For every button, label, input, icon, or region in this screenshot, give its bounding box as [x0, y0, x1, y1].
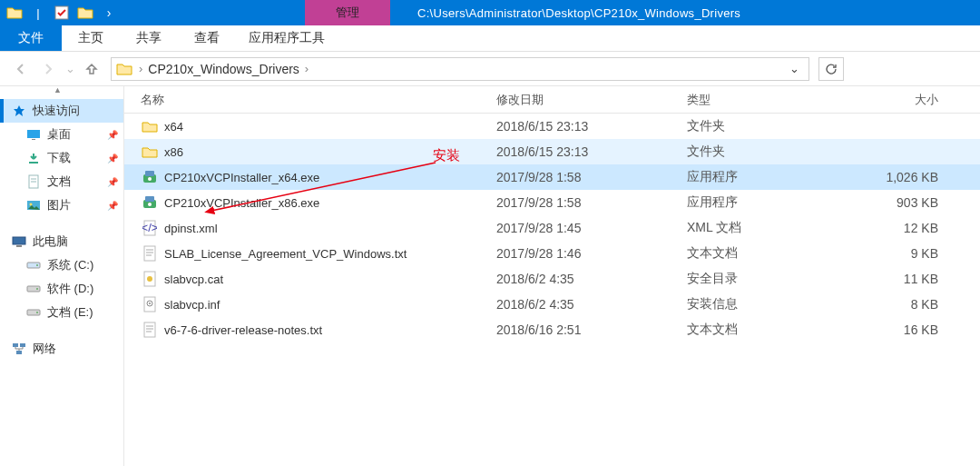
- file-name: v6-7-6-driver-release-notes.txt: [164, 323, 322, 337]
- file-type: 文本文档: [687, 322, 850, 338]
- file-name: CP210xVCPInstaller_x86.exe: [164, 196, 319, 210]
- breadcrumb-item[interactable]: CP210x_Windows_Drivers: [144, 62, 303, 76]
- sidebar-item-label: 系统 (C:): [47, 257, 93, 273]
- sidebar-drive-item[interactable]: 软件 (D:): [0, 277, 123, 301]
- svg-text:</>: </>: [142, 221, 157, 234]
- context-tab-manage[interactable]: 管理: [305, 0, 390, 25]
- qat-separator: |: [29, 4, 47, 22]
- svg-rect-38: [144, 322, 155, 337]
- new-folder-icon[interactable]: [76, 4, 94, 22]
- svg-rect-10: [13, 237, 25, 244]
- drive-icon: [25, 258, 42, 273]
- qat-dropdown-icon[interactable]: ›: [100, 4, 118, 22]
- file-date: 2017/9/28 1:46: [496, 246, 687, 261]
- recent-dropdown[interactable]: ⌄: [62, 55, 78, 83]
- sidebar-item[interactable]: 下载📌: [0, 146, 123, 170]
- forward-button[interactable]: [34, 55, 62, 83]
- svg-rect-29: [144, 246, 155, 261]
- file-row[interactable]: x862018/6/15 23:13文件夹: [124, 139, 980, 164]
- window-title-path: C:\Users\Administrator\Desktop\CP210x_Wi…: [390, 6, 980, 20]
- refresh-button[interactable]: [818, 57, 844, 81]
- svg-point-23: [148, 177, 152, 181]
- file-type: 应用程序: [687, 194, 850, 211]
- sidebar-item[interactable]: 图片📌: [0, 193, 123, 217]
- sidebar-drive-item[interactable]: 文档 (E:): [0, 301, 123, 324]
- file-size: 1,026 KB: [850, 170, 955, 184]
- sort-indicator-icon: ▲: [0, 85, 485, 94]
- file-row[interactable]: x642018/6/15 23:13文件夹: [124, 114, 980, 139]
- txt-icon: [141, 244, 159, 263]
- up-button[interactable]: [78, 55, 105, 83]
- tab-view[interactable]: 查看: [178, 25, 236, 51]
- download-icon: [25, 151, 42, 165]
- sidebar-item-label: 文档: [47, 174, 71, 190]
- inf-icon: [141, 295, 159, 313]
- folder-icon[interactable]: [5, 4, 24, 22]
- file-list-pane: ▲ 名称 修改日期 类型 大小 x642018/6/15 23:13文件夹x86…: [124, 86, 980, 466]
- svg-rect-19: [20, 343, 25, 347]
- sidebar-this-pc[interactable]: 此电脑: [0, 230, 123, 253]
- address-folder-icon: [115, 60, 133, 78]
- drive-icon: [25, 305, 42, 320]
- file-name: SLAB_License_Agreement_VCP_Windows.txt: [164, 247, 407, 261]
- breadcrumb-separator[interactable]: ›: [303, 62, 310, 75]
- network-icon: [11, 342, 27, 356]
- desktop-icon: [25, 127, 42, 142]
- file-date: 2017/9/28 1:58: [496, 170, 687, 184]
- xml-icon: </>: [141, 219, 159, 237]
- sidebar-item-label: 图片: [47, 197, 71, 213]
- sidebar-item[interactable]: 文档📌: [0, 170, 123, 193]
- file-row[interactable]: slabvcp.inf2018/6/2 4:35安装信息8 KB: [124, 292, 980, 317]
- back-button[interactable]: [7, 55, 34, 83]
- file-row[interactable]: CP210xVCPInstaller_x64.exe2017/9/28 1:58…: [124, 164, 980, 190]
- file-date: 2018/6/16 2:51: [496, 322, 687, 337]
- file-date: 2017/9/28 1:58: [496, 195, 687, 210]
- svg-point-13: [36, 264, 38, 266]
- svg-rect-2: [27, 130, 40, 138]
- sidebar-network[interactable]: 网络: [0, 337, 123, 361]
- file-date: 2018/6/15 23:13: [496, 144, 687, 159]
- file-date: 2018/6/2 4:35: [496, 297, 687, 312]
- file-type: 文件夹: [687, 118, 850, 134]
- file-row[interactable]: slabvcp.cat2018/6/2 4:35安全目录11 KB: [124, 266, 980, 292]
- navigation-bar: ⌄ › CP210x_Windows_Drivers › ⌄: [0, 52, 980, 86]
- tab-share[interactable]: 共享: [120, 25, 178, 51]
- svg-rect-11: [16, 245, 22, 247]
- file-size: 9 KB: [850, 246, 955, 261]
- column-headers: ▲ 名称 修改日期 类型 大小: [124, 86, 980, 114]
- svg-rect-25: [145, 196, 154, 202]
- file-row[interactable]: CP210xVCPInstaller_x86.exe2017/9/28 1:58…: [124, 190, 980, 215]
- tab-home[interactable]: 主页: [62, 25, 120, 51]
- file-type: 应用程序: [687, 169, 850, 185]
- folder-icon: [141, 117, 159, 135]
- svg-rect-3: [32, 139, 35, 140]
- sidebar-item-label: 桌面: [47, 126, 71, 143]
- svg-point-17: [36, 312, 38, 313]
- annotation-label: 安装: [433, 147, 460, 164]
- sidebar-drive-item[interactable]: 系统 (C:): [0, 253, 123, 277]
- file-row[interactable]: SLAB_License_Agreement_VCP_Windows.txt20…: [124, 241, 980, 266]
- file-size: 8 KB: [850, 297, 955, 312]
- exe-icon: [141, 168, 159, 186]
- sidebar-label: 网络: [33, 341, 56, 357]
- sidebar-label: 此电脑: [33, 233, 68, 250]
- file-size: 903 KB: [850, 195, 955, 210]
- file-name: dpinst.xml: [164, 222, 218, 235]
- file-row[interactable]: </>dpinst.xml2017/9/28 1:45XML 文档12 KB: [124, 215, 980, 241]
- sidebar-item[interactable]: 桌面📌: [0, 123, 123, 146]
- file-date: 2018/6/2 4:35: [496, 272, 687, 286]
- file-name: CP210xVCPInstaller_x64.exe: [164, 171, 319, 184]
- file-row[interactable]: v6-7-6-driver-release-notes.txt2018/6/16…: [124, 317, 980, 342]
- tab-file[interactable]: 文件: [0, 25, 62, 51]
- address-history-dropdown[interactable]: ⌄: [784, 62, 805, 75]
- ribbon-tabs: 文件 主页 共享 查看 应用程序工具: [0, 25, 980, 52]
- sidebar-quick-access[interactable]: 快速访问: [0, 99, 123, 123]
- breadcrumb-separator[interactable]: ›: [137, 62, 144, 75]
- pin-icon: 📌: [107, 154, 118, 164]
- file-type: 安装信息: [687, 296, 850, 312]
- file-name: x64: [164, 120, 183, 134]
- tab-app-tools[interactable]: 应用程序工具: [236, 25, 338, 51]
- properties-icon[interactable]: [53, 4, 71, 22]
- address-bar[interactable]: › CP210x_Windows_Drivers › ⌄: [111, 57, 809, 81]
- pc-icon: [11, 234, 27, 249]
